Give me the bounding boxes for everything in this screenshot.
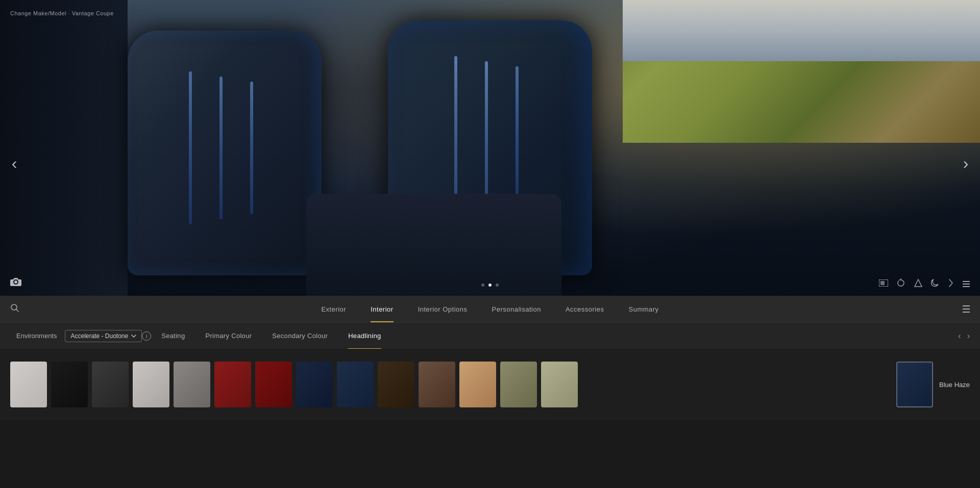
viewport-controls bbox=[879, 278, 970, 290]
sky bbox=[623, 0, 980, 61]
nav-bar: Exterior Interior Interior Options Perso… bbox=[0, 296, 980, 322]
swatch-red-2[interactable] bbox=[255, 362, 292, 407]
selected-swatch-preview bbox=[896, 362, 933, 407]
swatch-tan[interactable] bbox=[459, 362, 496, 407]
nav-item-accessories[interactable]: Accessories bbox=[553, 296, 617, 322]
center-console bbox=[306, 194, 561, 296]
dot-2[interactable] bbox=[488, 284, 492, 287]
nightmode-icon[interactable] bbox=[931, 278, 939, 290]
camera-icon bbox=[10, 277, 21, 286]
swatch-dark-gray[interactable] bbox=[92, 362, 129, 407]
dropdown-button[interactable]: Accelerate - Duotone bbox=[65, 330, 142, 342]
compare-icon[interactable] bbox=[914, 278, 923, 290]
swatch-black[interactable] bbox=[51, 362, 88, 407]
expand-panel-icon[interactable] bbox=[947, 278, 954, 290]
selected-swatch-info: Blue Haze bbox=[896, 362, 970, 407]
swatch-dark-brown[interactable] bbox=[378, 362, 414, 407]
swatch-red-1[interactable] bbox=[214, 362, 251, 407]
chevron-left-icon: ‹ bbox=[12, 154, 17, 173]
tab-primary-colour[interactable]: Primary Colour bbox=[195, 323, 262, 349]
tab-headlining[interactable]: Headlining bbox=[338, 323, 391, 349]
environments-tab: Environments bbox=[8, 323, 65, 349]
nav-item-interior[interactable]: Interior bbox=[358, 296, 405, 322]
seat-stripe-right-3 bbox=[516, 66, 519, 209]
window-landscape bbox=[623, 0, 980, 143]
svg-rect-1 bbox=[880, 281, 885, 285]
search-icon bbox=[10, 303, 19, 313]
dot-1[interactable] bbox=[481, 284, 484, 287]
nav-item-interior-options[interactable]: Interior Options bbox=[406, 296, 480, 322]
dot-3[interactable] bbox=[496, 284, 499, 287]
seat-left bbox=[128, 31, 322, 275]
environments-label: Environments bbox=[16, 332, 57, 340]
rotate-icon[interactable] bbox=[896, 278, 905, 290]
swatch-light-olive[interactable] bbox=[541, 362, 578, 407]
options-prev-arrow[interactable]: ‹ bbox=[958, 331, 961, 341]
dropdown-value: Accelerate - Duotone bbox=[70, 332, 128, 340]
swatch-navy-1[interactable] bbox=[296, 362, 333, 407]
swatch-medium-brown[interactable] bbox=[419, 362, 455, 407]
seat-stripe-3 bbox=[250, 82, 253, 214]
pagination-dots bbox=[481, 284, 499, 287]
nav-menu-icon[interactable] bbox=[963, 305, 970, 313]
tab-secondary-colour[interactable]: Secondary Colour bbox=[262, 323, 338, 349]
selected-swatch-name: Blue Haze bbox=[939, 381, 970, 389]
swatch-medium-gray[interactable] bbox=[174, 362, 210, 407]
search-button[interactable] bbox=[10, 303, 19, 315]
svg-point-3 bbox=[11, 304, 17, 310]
svg-marker-2 bbox=[915, 279, 922, 287]
tab-seating[interactable]: Seating bbox=[151, 323, 195, 349]
swatches-bar: Blue Haze bbox=[0, 349, 980, 420]
viewport-next-button[interactable]: › bbox=[955, 148, 976, 178]
options-bar: Environments Accelerate - Duotone i Seat… bbox=[0, 322, 980, 349]
info-icon-label: i bbox=[146, 333, 147, 339]
swatch-navy-2-selected[interactable] bbox=[337, 362, 374, 407]
swatch-olive[interactable] bbox=[500, 362, 537, 407]
seat-stripe-2 bbox=[219, 76, 223, 219]
viewport-prev-button[interactable]: ‹ bbox=[4, 148, 24, 178]
options-bar-nav: ‹ › bbox=[958, 331, 970, 341]
chevron-right-icon: › bbox=[963, 154, 969, 173]
main-viewport: Change Make/Model · Vantage Coupe ‹ › bbox=[0, 0, 980, 296]
nav-right-icons bbox=[963, 305, 970, 313]
seat-stripe-1 bbox=[189, 71, 192, 224]
expand-icon[interactable] bbox=[879, 279, 888, 289]
chevron-down-icon bbox=[131, 335, 136, 338]
swatch-silver[interactable] bbox=[133, 362, 169, 407]
nav-item-summary[interactable]: Summary bbox=[616, 296, 671, 322]
nav-item-personalisation[interactable]: Personalisation bbox=[480, 296, 553, 322]
menu-lines-icon[interactable] bbox=[963, 281, 970, 287]
nav-items: Exterior Interior Interior Options Perso… bbox=[309, 296, 671, 322]
info-button[interactable]: i bbox=[142, 331, 151, 341]
breadcrumb[interactable]: Change Make/Model · Vantage Coupe bbox=[10, 10, 114, 16]
nav-item-exterior[interactable]: Exterior bbox=[309, 296, 358, 322]
swatch-light-gray[interactable] bbox=[10, 362, 47, 407]
options-next-arrow[interactable]: › bbox=[967, 331, 970, 341]
seat-stripe-right-2 bbox=[485, 61, 488, 214]
camera-button[interactable] bbox=[10, 277, 21, 289]
